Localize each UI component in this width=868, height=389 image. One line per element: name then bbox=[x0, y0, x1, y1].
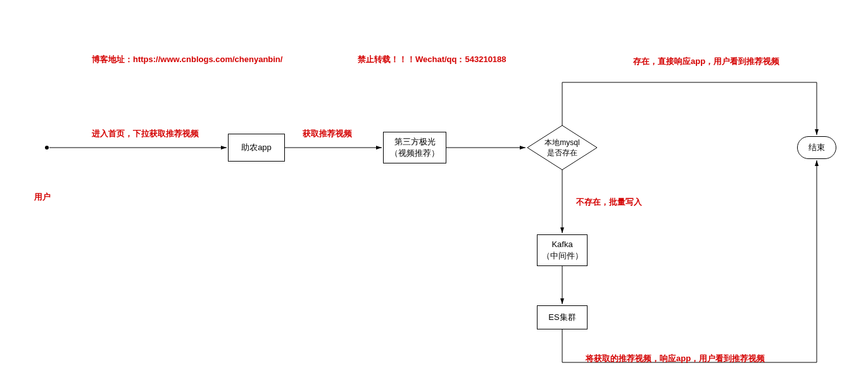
node-kafka: Kafka （中间件） bbox=[537, 234, 588, 266]
start-dot bbox=[45, 146, 49, 150]
node-es-text: ES集群 bbox=[548, 312, 576, 323]
edge-exists-end bbox=[562, 82, 817, 135]
header-blog: 博客地址：https://www.cnblogs.com/chenyanbin/ bbox=[92, 54, 282, 65]
node-third-l1: 第三方极光 bbox=[394, 136, 436, 148]
decision-l2: 是否存在 bbox=[547, 148, 577, 157]
node-end-text: 结束 bbox=[808, 142, 825, 153]
label-enter-home: 进入首页，下拉获取推荐视频 bbox=[92, 128, 199, 139]
edge-es-end bbox=[562, 160, 817, 362]
label-not-exists: 不存在，批量写入 bbox=[576, 196, 642, 208]
node-app-text: 助农app bbox=[241, 142, 272, 153]
node-third: 第三方极光 （视频推荐） bbox=[383, 132, 446, 163]
node-end: 结束 bbox=[797, 136, 836, 159]
header-notice: 禁止转载！！！Wechat/qq：543210188 bbox=[358, 54, 506, 65]
label-get-video: 获取推荐视频 bbox=[303, 128, 352, 139]
label-exists: 存在，直接响应app，用户看到推荐视频 bbox=[633, 56, 779, 67]
decision-l1: 本地mysql bbox=[544, 138, 579, 147]
node-app: 助农app bbox=[228, 134, 285, 162]
decision-text: 本地mysql 是否存在 bbox=[540, 138, 584, 158]
label-bottom: 将获取的推荐视频，响应app，用户看到推荐视频 bbox=[586, 353, 765, 364]
node-es: ES集群 bbox=[537, 305, 588, 329]
user-label: 用户 bbox=[34, 191, 51, 203]
node-kafka-l2: （中间件） bbox=[542, 250, 583, 262]
node-kafka-l1: Kafka bbox=[551, 239, 572, 250]
node-third-l2: （视频推荐） bbox=[390, 148, 439, 159]
